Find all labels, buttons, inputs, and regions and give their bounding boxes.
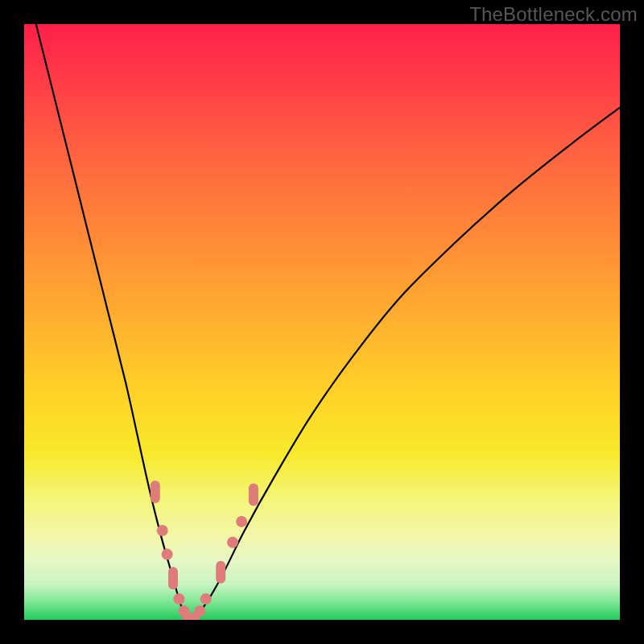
marker-circle: [194, 605, 205, 617]
bottleneck-curve-path: [36, 24, 620, 620]
watermark-text: TheBottleneck.com: [469, 3, 638, 26]
marker-circle: [157, 525, 168, 536]
chart-plot-area: [24, 24, 620, 620]
marker-capsule: [151, 481, 160, 503]
marker-circle: [236, 516, 247, 527]
highlighted-markers: [151, 481, 258, 620]
chart-frame: TheBottleneck.com: [0, 0, 644, 644]
marker-capsule: [216, 561, 225, 584]
marker-capsule: [249, 484, 258, 506]
marker-circle: [200, 593, 212, 605]
marker-circle: [173, 593, 184, 605]
marker-capsule: [168, 567, 178, 589]
marker-circle: [162, 549, 173, 560]
bottleneck-curve-svg: [24, 24, 620, 620]
curve-path-group: [36, 24, 620, 620]
marker-circle: [227, 537, 238, 548]
